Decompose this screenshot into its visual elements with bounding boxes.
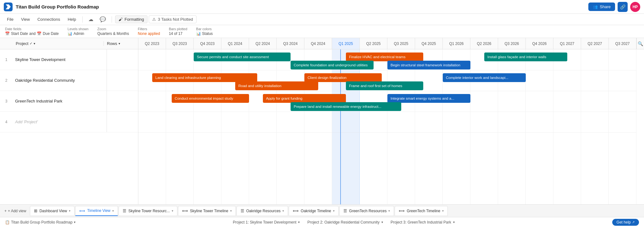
gantt-bar-b7[interactable]: Client design finalization — [304, 73, 382, 82]
project-name-3[interactable]: GreenTech Industrial Park — [13, 99, 107, 103]
grid-col-13 — [498, 49, 526, 204]
gantt-bar-b1[interactable]: Secure permits and conduct site assessme… — [194, 53, 291, 61]
tab-container: ⊞Dashboard View▾⟺Timeline View▾☰Skyline … — [30, 206, 448, 216]
gantt-bar-b13[interactable]: Integrate smart energy systems and a... — [387, 94, 470, 103]
comment-icon[interactable]: 💬 — [97, 15, 108, 24]
tab-label-6: GreenTech Resources — [349, 209, 386, 213]
col-rows-header[interactable]: Rows ▾ — [103, 41, 135, 46]
timeline-icon: ⟺ — [79, 208, 85, 213]
levels-label: Levels shown — [68, 27, 89, 31]
tab-chevron-7: ▾ — [442, 209, 444, 213]
search-header-btn[interactable]: 🔍 — [636, 38, 644, 49]
grid-col-3 — [221, 49, 249, 204]
levels-value[interactable]: 📊 Admin — [68, 31, 89, 36]
row-number-1: 1 — [0, 58, 13, 62]
gantt-bar-b9[interactable]: Road and utility installation — [235, 81, 318, 90]
tab-7[interactable]: ⟺GreenTech Timeline▾ — [395, 206, 448, 216]
app-logo — [4, 3, 13, 11]
date-fields-value[interactable]: 📅 Start Date and 📅 Due Date — [5, 31, 59, 36]
bar-color-icon: 📊 — [196, 31, 201, 36]
tab-0[interactable]: ⊞Dashboard View▾ — [30, 206, 75, 216]
gantt-chart: Secure permits and conduct site assessme… — [138, 49, 644, 204]
add-view-button[interactable]: + + Add view — [1, 206, 29, 216]
gantt-bar-b2[interactable]: Finalize HVAC and electrical teams — [346, 53, 423, 61]
share-button[interactable]: 👥 Share — [588, 3, 615, 11]
grid-col-2 — [194, 49, 221, 204]
gantt-bar-b4[interactable]: Complete foundation and underground util… — [291, 61, 374, 69]
quarter-col-q42025: Q4 2025 — [415, 38, 443, 49]
tab-chevron-4: ▾ — [282, 209, 284, 213]
grid-col-8 — [360, 49, 387, 204]
gantt-chart-inner[interactable]: Secure permits and conduct site assessme… — [138, 49, 636, 204]
chevron-down-icon[interactable]: ▾ — [34, 42, 35, 45]
tab-2[interactable]: ☰Skyline Tower Resourc...▾ — [119, 206, 177, 216]
get-help-button[interactable]: Get help ↗ — [612, 219, 639, 226]
menu-view[interactable]: View — [18, 16, 33, 23]
grid-col-10 — [415, 49, 443, 204]
filters-section: Filters None applied — [138, 27, 160, 36]
filters-value[interactable]: None applied — [138, 31, 160, 36]
gantt-header: Project ✓ ▾ Rows ▾ Q2 2023Q3 2023Q4 2023… — [0, 38, 644, 49]
quarter-col-q32025: Q3 2025 — [387, 38, 415, 49]
tab-5[interactable]: ⟺Oakridge Timeline▾ — [289, 206, 339, 216]
portfolio-status[interactable]: 📋 Titan Build Group Portfolio Roadmap ▾ — [5, 220, 75, 224]
plus-icon: + — [4, 209, 7, 213]
project-row-4: 4Add 'Project' — [0, 112, 138, 132]
tab-label-7: GreenTech Timeline — [407, 209, 440, 213]
gantt-bar-b3[interactable]: Install glass façade and interior walls — [484, 53, 567, 61]
not-plotted-button[interactable]: ⚠ 3 Tasks Not Plotted — [149, 15, 197, 23]
gantt-left-panel: 1Skyline Tower Development2Oakridge Resi… — [0, 49, 138, 204]
top-bar: Titan Build Group Portfolio Roadmap 👥 Sh… — [0, 0, 644, 14]
resource-icon: ☰ — [343, 208, 347, 213]
tab-3[interactable]: ⟺Skyline Tower Timeline▾ — [178, 206, 236, 216]
avatar[interactable]: HP — [630, 2, 640, 12]
status-project3[interactable]: Project 3: GreenTech Industrial Park ▾ — [391, 220, 455, 224]
status-project2[interactable]: Project 2: Oakridge Residential Communit… — [307, 220, 383, 224]
tab-chevron-2: ▾ — [172, 209, 173, 213]
bars-plotted-value[interactable]: 14 of 17 — [169, 31, 187, 36]
bar-colors-value[interactable]: 📊 Status — [196, 31, 213, 36]
project-name-1[interactable]: Skyline Tower Development — [13, 57, 107, 62]
gantt-bar-b5[interactable]: Begin structural steel framework install… — [387, 61, 470, 69]
gantt-bar-b6[interactable]: Land clearing and infrastructure plannin… — [152, 73, 257, 82]
quarter-col-q22026: Q2 2026 — [470, 38, 498, 49]
menu-help[interactable]: Help — [64, 16, 79, 23]
quarter-col-q12027: Q1 2027 — [553, 38, 581, 49]
project-name-2[interactable]: Oakridge Residential Community — [13, 78, 107, 83]
formatting-button[interactable]: 🖌 Formatting — [115, 15, 147, 23]
gantt-bar-b11[interactable]: Conduct environmental impact study — [172, 94, 249, 103]
col-project-header[interactable]: Project ✓ ▾ — [16, 41, 103, 46]
status-project1[interactable]: Project 1: Skyline Tower Development ▾ — [233, 220, 300, 224]
menu-file[interactable]: File — [4, 16, 17, 23]
tab-label-0: Dashboard View — [39, 209, 67, 213]
quarter-col-q22027: Q2 2027 — [581, 38, 609, 49]
tab-6[interactable]: ☰GreenTech Resources▾ — [339, 206, 394, 216]
cloud-icon[interactable]: ☁ — [86, 15, 96, 24]
search-icon: 🔍 — [638, 41, 643, 46]
zoom-value[interactable]: Quarters & Months — [97, 31, 129, 36]
p3-chevron: ▾ — [453, 220, 455, 224]
timeline-icon: ⟺ — [182, 208, 188, 213]
project-row-1: 1Skyline Tower Development — [0, 49, 138, 70]
warning-icon: ⚠ — [152, 17, 156, 22]
levels-icon: 📊 — [68, 31, 72, 36]
gantt-bar-b14[interactable]: Prepare land and install renewable energ… — [291, 102, 401, 111]
tab-1[interactable]: ⟺Timeline View▾ — [75, 206, 118, 216]
check-icon: ✓ — [30, 42, 32, 46]
row-line-2 — [138, 112, 636, 112]
row-line-3 — [138, 132, 636, 133]
zoom-section: Zoom Quarters & Months — [97, 27, 129, 36]
gantt-bar-b12[interactable]: Apply for grant funding — [263, 94, 346, 103]
menu-connections[interactable]: Connections — [34, 16, 63, 23]
bars-plotted-label: Bars plotted — [169, 27, 187, 31]
quarter-col-q42026: Q4 2026 — [526, 38, 553, 49]
bottom-tabs: + + Add view ⊞Dashboard View▾⟺Timeline V… — [0, 204, 644, 217]
top-bar-left: Titan Build Group Portfolio Roadmap — [4, 3, 99, 11]
quarter-col-q22025: Q2 2025 — [360, 38, 387, 49]
status-bar-sections: Project 1: Skyline Tower Development ▾ P… — [233, 220, 455, 224]
link-button[interactable]: 🔗 — [618, 2, 628, 12]
project-name-4[interactable]: Add 'Project' — [13, 119, 107, 124]
gantt-bar-b10[interactable]: Frame and roof first set of homes — [346, 81, 423, 90]
tab-4[interactable]: ☰Oakridge Resources▾ — [236, 206, 288, 216]
gantt-bar-b8[interactable]: Complete interior work and landscapi... — [443, 73, 526, 82]
